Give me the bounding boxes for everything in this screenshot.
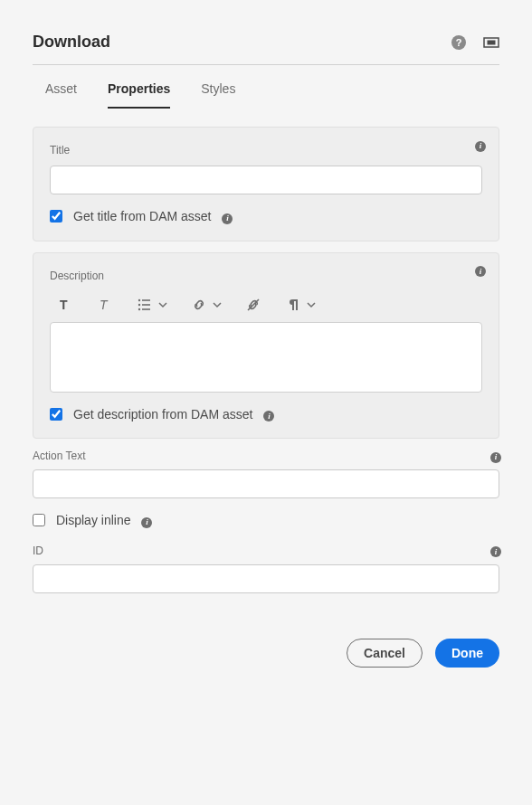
paragraph-icon[interactable] [285,297,316,313]
svg-point-6 [138,303,140,305]
action-text-info-icon[interactable]: i [490,448,501,459]
id-input[interactable] [33,564,499,593]
description-editor[interactable] [50,322,482,393]
id-info-icon[interactable]: i [490,543,501,554]
tab-properties[interactable]: Properties [108,81,170,109]
svg-rect-5 [142,299,150,301]
chevron-down-icon [158,300,167,309]
description-label: Description [50,270,482,282]
display-inline-label: Display inline [56,513,130,527]
dialog-header: Download ? [33,33,499,65]
title-input[interactable] [50,166,482,194]
title-info-icon[interactable]: i [475,137,486,147]
svg-rect-7 [142,304,150,306]
description-from-dam-label: Get description from DAM asset [73,407,252,421]
italic-icon[interactable]: T [97,297,113,313]
fullscreen-icon[interactable] [483,34,499,51]
title-from-dam-label: Get title from DAM asset [73,209,211,223]
title-group: i Title Get title from DAM asset i [33,127,499,242]
action-text-input[interactable] [33,469,499,498]
svg-rect-1 [488,40,496,44]
bold-icon[interactable]: T [57,297,73,313]
title-label: Title [50,144,482,156]
dialog-title: Download [33,33,110,52]
svg-point-4 [138,298,140,300]
description-from-dam-info-icon[interactable]: i [263,407,274,422]
tab-styles[interactable]: Styles [201,81,235,109]
chevron-down-icon [307,300,316,309]
svg-point-8 [138,308,140,309]
title-from-dam-checkbox[interactable] [50,210,62,223]
unlink-icon[interactable] [245,297,261,313]
id-label: ID [33,545,499,557]
header-actions: ? [451,34,499,51]
display-inline-info-icon[interactable]: i [141,513,152,528]
title-from-dam-info-icon[interactable]: i [222,209,233,224]
svg-text:T: T [100,298,109,312]
rte-toolbar: T T [50,291,482,322]
dialog-footer: Cancel Done [33,639,499,668]
action-text-label: Action Text [33,450,499,462]
svg-rect-9 [142,308,150,310]
id-section: i ID [33,545,499,593]
done-button[interactable]: Done [435,639,499,668]
cancel-button[interactable]: Cancel [347,639,423,668]
tab-bar: Asset Properties Styles [33,81,499,109]
action-text-section: i Action Text [33,450,499,498]
tab-asset[interactable]: Asset [45,81,77,109]
description-from-dam-checkbox[interactable] [50,408,62,421]
display-inline-checkbox[interactable] [33,514,45,526]
help-icon[interactable]: ? [451,34,467,51]
description-info-icon[interactable]: i [475,262,486,273]
svg-text:T: T [60,298,68,312]
chevron-down-icon [213,300,222,309]
description-group: i Description T T [33,252,499,440]
link-icon[interactable] [191,297,222,313]
display-inline-row: Display inline i [33,513,499,528]
list-icon[interactable] [137,297,167,313]
